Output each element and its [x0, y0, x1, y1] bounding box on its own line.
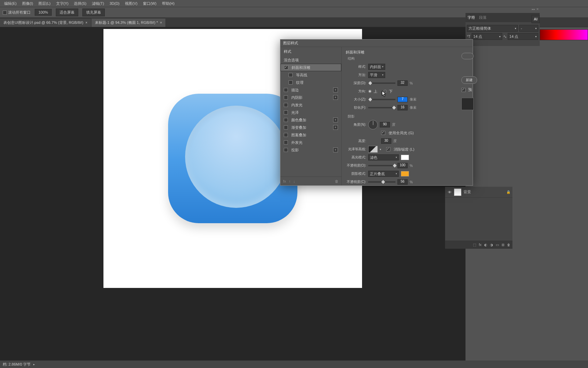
style-satin[interactable]: 光泽: [280, 109, 341, 116]
highlight-color[interactable]: [401, 155, 409, 160]
folder-icon[interactable]: ▭: [496, 243, 499, 247]
menu-filter[interactable]: 滤镜(T): [91, 0, 105, 7]
style-stroke[interactable]: 描边+: [280, 86, 341, 94]
style-gradient-overlay[interactable]: 渐变叠加+: [280, 124, 341, 131]
direction-up-radio[interactable]: [368, 90, 372, 93]
layer-thumbnail[interactable]: [454, 188, 461, 196]
depth-slider[interactable]: [368, 82, 395, 84]
plus-icon[interactable]: +: [333, 95, 338, 100]
gloss-contour[interactable]: [368, 146, 378, 153]
preview-swatch: [461, 98, 474, 110]
tab-paragraph[interactable]: 段落: [479, 15, 487, 20]
angle-input[interactable]: 90: [380, 122, 390, 127]
angle-wheel[interactable]: [368, 120, 378, 129]
trash-icon[interactable]: 🗑: [335, 179, 339, 183]
style-texture[interactable]: 纹理: [280, 79, 341, 86]
menu-window[interactable]: 窗口(W): [142, 0, 158, 7]
lock-icon[interactable]: 🔒: [506, 190, 510, 194]
menu-edit[interactable]: 编辑(E): [3, 0, 18, 7]
menu-image[interactable]: 图像(I): [21, 0, 34, 7]
close-icon[interactable]: ×: [160, 21, 162, 25]
ok-button[interactable]: [461, 53, 474, 59]
dialog-title[interactable]: 图层样式: [280, 40, 473, 47]
fx-icon[interactable]: fx: [479, 243, 481, 247]
fit-screen-button[interactable]: 适合屏幕: [56, 9, 78, 16]
move-down-icon[interactable]: ↓: [293, 179, 295, 183]
layer-name[interactable]: 背景: [463, 189, 471, 195]
size-slider[interactable]: [368, 99, 395, 100]
close-icon[interactable]: ×: [85, 21, 87, 25]
menu-bar: 编辑(E) 图像(I) 图层(L) 文字(Y) 选择(S) 滤镜(T) 3D(D…: [0, 0, 588, 7]
menu-3d[interactable]: 3D(D): [108, 1, 121, 6]
antialias-checkbox[interactable]: [386, 147, 390, 151]
style-outer-glow[interactable]: 外发光: [280, 139, 341, 146]
technique-select[interactable]: 平滑▾: [368, 72, 385, 78]
trash-icon[interactable]: 🗑: [507, 243, 510, 247]
plus-icon[interactable]: +: [333, 118, 338, 122]
highlight-mode-select[interactable]: 滤色▾: [368, 154, 399, 160]
highlight-opacity-input[interactable]: 100: [397, 163, 408, 168]
plus-icon[interactable]: +: [333, 88, 338, 92]
font-style-select[interactable]: -▾: [519, 25, 539, 32]
style-pattern-overlay[interactable]: 图案叠加: [280, 131, 341, 139]
status-bar: 档: 2.86M/0 字节 ▸: [0, 361, 588, 368]
menu-layer[interactable]: 图层(L): [37, 0, 52, 7]
menu-help[interactable]: 帮助(H): [161, 0, 176, 7]
global-light-checkbox[interactable]: [381, 131, 385, 135]
leading-icon: ᴬₐ: [504, 35, 506, 39]
color-swatches[interactable]: [540, 29, 588, 40]
style-contour[interactable]: 等高线: [280, 71, 341, 79]
soften-input[interactable]: 16: [397, 105, 408, 110]
style-inner-shadow[interactable]: 内阴影+: [280, 94, 341, 101]
link-icon[interactable]: ⬚: [473, 243, 476, 247]
blending-options[interactable]: 混合选项: [280, 56, 341, 64]
size-input[interactable]: 7: [397, 97, 408, 102]
shadow-opacity-slider[interactable]: [368, 181, 395, 183]
menu-select[interactable]: 选择(S): [72, 0, 88, 7]
style-drop-shadow[interactable]: 投影+: [280, 146, 341, 154]
soften-slider[interactable]: [368, 107, 395, 108]
shadow-mode-select[interactable]: 正片叠底▾: [368, 171, 399, 177]
direction-down-radio[interactable]: [383, 90, 387, 93]
font-size-select[interactable]: 14 点▾: [472, 33, 502, 40]
altitude-input[interactable]: 30: [381, 138, 391, 144]
document-tab-2[interactable]: 未标题-1 @ 94.3% (椭圆 1, RGB/8#) *×: [92, 18, 165, 27]
move-up-icon[interactable]: ↑: [289, 179, 291, 183]
style-color-overlay[interactable]: 颜色叠加+: [280, 116, 341, 124]
layer-row-background[interactable]: 👁 背景 🔒: [445, 187, 512, 198]
layers-footer: ⬚ fx ◐ ◑ ▭ ⊞ 🗑: [445, 241, 512, 249]
plus-icon[interactable]: +: [333, 125, 338, 130]
new-style-button[interactable]: 新建: [461, 76, 477, 84]
leading-select[interactable]: 14 点▾: [508, 33, 538, 40]
font-size-icon: ᵀT: [467, 35, 470, 39]
plus-icon[interactable]: +: [333, 148, 338, 152]
layers-panel: 👁 背景 🔒 ⬚ fx ◐ ◑ ▭ ⊞ 🗑: [445, 187, 512, 249]
styles-heading[interactable]: 样式: [280, 47, 341, 56]
shading-heading: 阴影: [348, 114, 469, 119]
tab-character[interactable]: 字符: [468, 15, 475, 20]
depth-input[interactable]: 32: [397, 80, 408, 86]
shadow-color[interactable]: [401, 171, 409, 177]
fx-menu-icon[interactable]: fx: [283, 179, 286, 183]
shadow-opacity-input[interactable]: 56: [397, 179, 408, 185]
panel-collapse-icons[interactable]: ▸▸ ✕: [532, 7, 539, 11]
document-tab-1[interactable]: 表创意UI图标设计.psd @ 66.7% (背景, RGB/8#)×: [0, 18, 91, 27]
menu-type[interactable]: 文字(Y): [55, 0, 70, 7]
preview-checkbox[interactable]: [461, 88, 466, 92]
style-select[interactable]: 内斜面▾: [368, 64, 385, 70]
adjustment-icon[interactable]: ◑: [490, 243, 493, 247]
highlight-opacity-slider[interactable]: [368, 165, 395, 166]
style-bevel[interactable]: 斜面和浮雕: [280, 64, 341, 71]
visibility-icon[interactable]: 👁: [447, 190, 452, 195]
layer-style-dialog: 图层样式 样式 混合选项 斜面和浮雕 等高线 纹理 描边+ 内阴影+ 内发光 光…: [280, 39, 473, 186]
scroll-all-checkbox[interactable]: 滚动所有窗口: [3, 10, 31, 15]
mask-icon[interactable]: ◐: [484, 243, 487, 247]
zoom-100-button[interactable]: 100%: [35, 9, 52, 16]
style-inner-glow[interactable]: 内发光: [280, 101, 341, 109]
new-layer-icon[interactable]: ⊞: [502, 243, 504, 247]
status-arrow-icon[interactable]: ▸: [33, 363, 35, 366]
ai-icon[interactable]: AI: [532, 15, 540, 23]
fill-screen-button[interactable]: 填充屏幕: [82, 9, 105, 16]
menu-view[interactable]: 视图(V): [124, 0, 139, 7]
font-family-select[interactable]: 方正粗倩简体▾: [467, 25, 518, 32]
